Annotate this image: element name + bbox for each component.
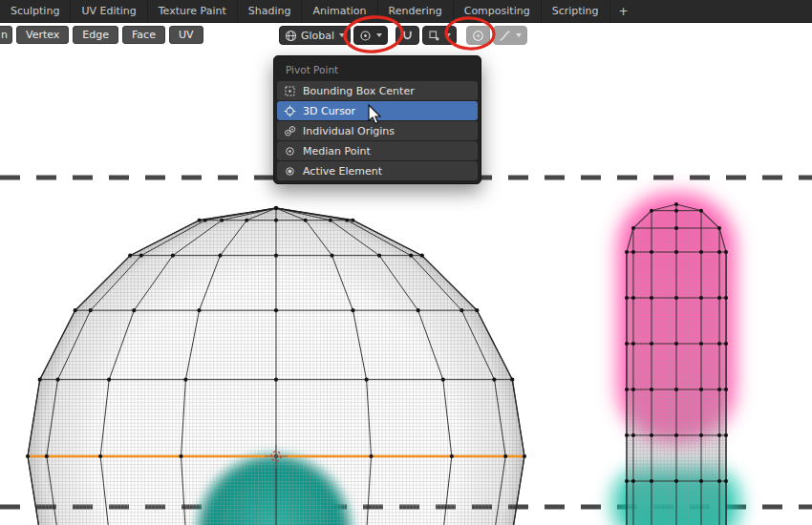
bounding-box-center-icon [284, 85, 296, 97]
tab-animation[interactable]: Animation [302, 0, 377, 22]
median-point-icon [284, 145, 296, 158]
proportional-falloff-dropdown[interactable] [493, 26, 527, 45]
menu-item-label: Active Element [303, 165, 382, 178]
menu-item-bounding-box-center[interactable]: Bounding Box Center [277, 81, 478, 100]
transform-orientation-dropdown[interactable]: Global [279, 26, 351, 45]
menu-item-label: Individual Origins [303, 125, 395, 137]
menu-item-label: Bounding Box Center [303, 85, 415, 97]
orientation-label: Global [301, 30, 334, 42]
workspace-tab-bar: Sculpting UV Editing Texture Paint Shadi… [0, 0, 812, 23]
cylinder-wireframe-mesh[interactable] [625, 202, 728, 525]
chevron-down-icon [445, 33, 451, 37]
snap-settings-dropdown[interactable] [422, 26, 457, 45]
chevron-down-icon [516, 33, 522, 37]
3d-cursor-icon [284, 105, 296, 117]
tab-scripting[interactable]: Scripting [542, 0, 610, 22]
pivot-menu-title: Pivot Point [277, 59, 478, 80]
menu-item-3d-cursor[interactable]: 3D Cursor [277, 101, 478, 120]
menu-item-label: 3D Cursor [303, 105, 355, 117]
tab-compositing[interactable]: Compositing [454, 0, 542, 22]
tab-rendering[interactable]: Rendering [378, 0, 454, 22]
tab-texture-paint[interactable]: Texture Paint [148, 0, 238, 22]
select-mode-face[interactable]: Face [122, 26, 165, 44]
menu-item-individual-origins[interactable]: Individual Origins [277, 121, 478, 140]
tab-shading[interactable]: Shading [238, 0, 303, 22]
cutoff-button[interactable]: n [0, 26, 12, 44]
orientation-globe-icon [285, 30, 297, 42]
proportional-editing-toggle[interactable] [466, 26, 490, 45]
pivot-point-menu: Pivot Point Bounding Box Center [273, 55, 481, 184]
select-mode-edge[interactable]: Edge [73, 26, 118, 44]
tab-uv-editing[interactable]: UV Editing [71, 0, 147, 22]
sphere-wireframe-mesh[interactable] [26, 206, 526, 525]
select-mode-vertex[interactable]: Vertex [16, 26, 69, 44]
snap-toggle-button[interactable] [395, 26, 419, 45]
menu-item-median-point[interactable]: Median Point [277, 141, 478, 160]
snap-target-icon [428, 30, 440, 42]
pivot-point-icon [359, 30, 372, 42]
chevron-down-icon [376, 33, 382, 37]
active-element-icon [284, 165, 296, 178]
falloff-curve-icon [499, 30, 511, 42]
menu-item-active-element[interactable]: Active Element [277, 161, 478, 180]
selection-mode-group: n Vertex Edge Face UV [0, 26, 203, 44]
select-mode-uv[interactable]: UV [169, 26, 203, 44]
proportional-editing-icon [472, 30, 484, 42]
tab-sculpting[interactable]: Sculpting [0, 0, 71, 22]
header-widget-group: Global [279, 26, 527, 45]
menu-item-label: Median Point [303, 145, 371, 158]
pivot-point-dropdown[interactable] [353, 26, 388, 45]
magnet-icon [401, 30, 414, 42]
blender-uv-editor-window: Sculpting UV Editing Texture Paint Shadi… [0, 0, 812, 525]
add-workspace-button[interactable]: + [610, 0, 637, 22]
chevron-down-icon [339, 33, 345, 37]
individual-origins-icon [284, 125, 296, 137]
